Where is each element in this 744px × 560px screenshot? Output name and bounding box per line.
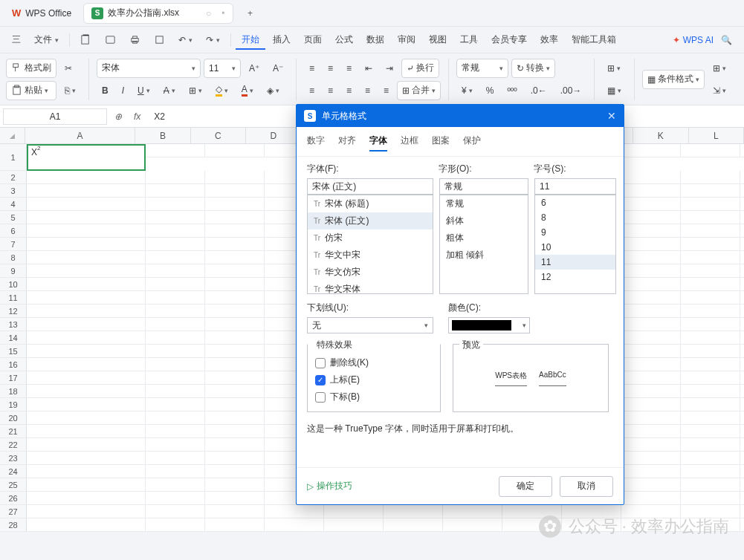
cell[interactable] [27, 465, 146, 478]
close-button[interactable]: ✕ [607, 110, 616, 122]
cell[interactable] [146, 171, 205, 184]
row-header-15[interactable]: 15 [0, 345, 27, 358]
cut-button[interactable]: ✂ [59, 59, 81, 78]
formula-input[interactable]: X2 [148, 111, 165, 122]
cell[interactable] [324, 518, 384, 532]
row-header-8[interactable]: 8 [0, 251, 27, 264]
cell[interactable] [146, 438, 205, 452]
cell[interactable] [740, 278, 744, 291]
name-box[interactable]: A1 [3, 108, 107, 125]
row-header-20[interactable]: 20 [0, 411, 27, 425]
row-header-24[interactable]: 24 [0, 465, 27, 478]
row-header-14[interactable]: 14 [0, 331, 27, 345]
align-bottom-button[interactable]: ≡ [341, 59, 357, 78]
cell[interactable] [205, 305, 265, 318]
cell[interactable] [621, 184, 681, 198]
tab-number[interactable]: 数字 [307, 134, 325, 152]
cell[interactable] [205, 278, 265, 291]
increase-decimal-button[interactable]: .00→ [555, 81, 587, 100]
cell[interactable] [146, 291, 205, 305]
cell[interactable] [443, 505, 502, 518]
font-listbox[interactable]: Tr宋体 (标题) Tr宋体 (正文) Tr仿宋 Tr华文中宋 Tr华文仿宋 T… [307, 195, 433, 294]
cell[interactable] [621, 358, 681, 371]
copy-button[interactable]: ⎘▾ [59, 81, 81, 100]
cell[interactable] [265, 505, 324, 518]
cancel-formula-icon[interactable]: ⊕ [110, 111, 126, 122]
cell[interactable] [740, 211, 744, 224]
merge-button[interactable]: ⊞ 合并▾ [397, 81, 441, 100]
cell[interactable] [740, 291, 744, 305]
cell[interactable] [681, 385, 740, 398]
cell[interactable] [740, 318, 744, 331]
cell[interactable] [740, 144, 744, 157]
cell[interactable] [205, 238, 265, 251]
align-left-button[interactable]: ≡ [304, 81, 320, 100]
cell[interactable] [681, 305, 740, 318]
cell[interactable] [205, 318, 265, 331]
cell[interactable] [27, 184, 146, 198]
row-header-27[interactable]: 27 [0, 505, 27, 518]
cell[interactable] [621, 438, 681, 452]
cell[interactable] [27, 224, 146, 238]
underline-button[interactable]: U▾ [132, 81, 155, 100]
cell[interactable] [740, 184, 744, 198]
cell[interactable] [621, 385, 681, 398]
currency-button[interactable]: ¥▾ [456, 81, 478, 100]
cell[interactable] [621, 211, 681, 224]
col-header-b[interactable]: B [135, 128, 190, 144]
cell[interactable] [681, 438, 740, 452]
cell[interactable] [205, 345, 265, 358]
wps-ai-button[interactable]: ✦WPS AI [673, 35, 714, 45]
size-item-1[interactable]: 8 [535, 210, 615, 225]
cell[interactable] [146, 345, 205, 358]
cell[interactable] [146, 224, 205, 238]
cell[interactable] [681, 411, 740, 425]
cell[interactable] [443, 518, 502, 532]
tab-review[interactable]: 审阅 [392, 30, 421, 50]
col-header-c[interactable]: C [191, 128, 246, 144]
cell[interactable] [621, 278, 681, 291]
cell[interactable] [205, 144, 265, 157]
size-item-2[interactable]: 9 [535, 225, 615, 240]
cell[interactable] [146, 144, 205, 157]
tab-smart-tools[interactable]: 智能工具箱 [566, 30, 622, 50]
row-header-4[interactable]: 4 [0, 198, 27, 211]
font-item-4[interactable]: Tr华文仿宋 [308, 264, 433, 281]
align-right-button[interactable]: ≡ [341, 81, 357, 100]
strikethrough-checkbox[interactable]: 删除线(K) [315, 356, 433, 369]
row-header-28[interactable]: 28 [0, 518, 27, 532]
align-center-button[interactable]: ≡ [323, 81, 338, 100]
cell[interactable] [146, 465, 205, 478]
cell[interactable] [205, 184, 265, 198]
font-item-5[interactable]: Tr华文宋体 [308, 281, 433, 294]
cell[interactable] [146, 425, 205, 438]
tab-member[interactable]: 会员专享 [485, 30, 533, 50]
cell[interactable] [27, 505, 146, 518]
cell[interactable] [740, 238, 744, 251]
cell[interactable] [27, 411, 146, 425]
border-button[interactable]: ⊞▾ [184, 81, 207, 100]
size-listbox[interactable]: 6 8 9 10 11 12 [534, 195, 616, 294]
cell[interactable] [27, 264, 146, 278]
distribute-button[interactable]: ≡ [378, 81, 394, 100]
indent-decrease-button[interactable]: ⇤ [360, 59, 378, 78]
font-color-button[interactable]: A▾ [236, 81, 259, 100]
paste-button[interactable]: 粘贴▾ [6, 81, 56, 100]
row-header-7[interactable]: 7 [0, 238, 27, 251]
cell[interactable] [146, 518, 205, 532]
size-item-5[interactable]: 12 [535, 270, 615, 284]
tab-tools[interactable]: 工具 [454, 30, 484, 50]
cell[interactable] [146, 198, 205, 211]
cell[interactable] [681, 452, 740, 465]
row-header-12[interactable]: 12 [0, 305, 27, 318]
cell[interactable] [146, 358, 205, 371]
cell[interactable] [740, 518, 744, 532]
toolbar-icon-4[interactable] [148, 30, 171, 49]
cell[interactable] [205, 505, 265, 518]
cell[interactable] [384, 505, 443, 518]
undo-button[interactable]: ↶ ▾ [172, 31, 198, 49]
cell[interactable] [621, 371, 681, 385]
new-tab-button[interactable]: + [242, 5, 259, 22]
font-size-select[interactable]: 11▾ [204, 59, 241, 78]
tab-view[interactable]: 视图 [423, 30, 453, 50]
